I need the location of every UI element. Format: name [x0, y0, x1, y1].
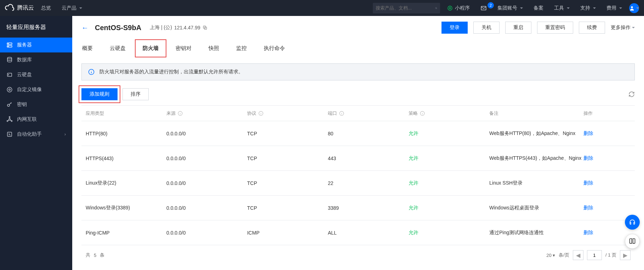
- nav-beian[interactable]: 备案: [530, 5, 547, 11]
- action-row: 添加规则 排序: [81, 88, 635, 100]
- nav-billing[interactable]: 费用: [603, 5, 626, 11]
- delete-link[interactable]: 删除: [583, 180, 593, 186]
- total-count: 5: [94, 253, 96, 258]
- svg-point-10: [8, 74, 9, 75]
- column-header: 端口: [328, 110, 409, 117]
- database-icon: [6, 57, 13, 63]
- cell-app-type: HTTP(80): [86, 131, 166, 136]
- table-row: HTTP(80) 0.0.0.0/0 TCP 80 允许 Web服务HTTP(8…: [81, 121, 635, 146]
- tab-2[interactable]: 防火墙: [142, 41, 159, 57]
- support-chat-button[interactable]: [625, 215, 640, 230]
- cell-port: 22: [328, 180, 409, 186]
- header-actions: 登录 关机 重启 重置密码 续费 更多操作: [441, 22, 635, 34]
- nav-cloud-products[interactable]: 云产品: [58, 5, 86, 11]
- docs-button[interactable]: [625, 234, 640, 249]
- server-name: CentOS-S9bA: [95, 24, 141, 32]
- back-arrow-icon[interactable]: ←: [81, 24, 89, 32]
- login-button[interactable]: 登录: [441, 22, 468, 34]
- help-icon[interactable]: [258, 111, 263, 116]
- sidebar: 轻量应用服务器 服务器数据库云硬盘自定义镜像密钥内网互联自动化助手›: [0, 16, 72, 270]
- tab-6[interactable]: 执行命令: [263, 41, 286, 57]
- cell-app-type: Ping-ICMP: [86, 230, 166, 236]
- more-ops-dropdown[interactable]: 更多操作: [611, 24, 635, 31]
- disk-icon: [6, 72, 13, 78]
- cell-policy: 允许: [409, 205, 489, 211]
- cell-policy: 允许: [409, 130, 489, 137]
- user-icon: [629, 5, 635, 11]
- tab-0[interactable]: 概要: [81, 41, 93, 57]
- column-header: 策略: [409, 110, 489, 117]
- shutdown-button[interactable]: 关机: [473, 22, 500, 34]
- column-header: 应用类型: [86, 110, 166, 117]
- tab-5[interactable]: 监控: [235, 41, 247, 57]
- total-pages: / 1 页: [605, 252, 616, 258]
- sidebar-item-automation[interactable]: 自动化助手›: [0, 127, 72, 142]
- highlight-tab-box: [135, 39, 166, 57]
- tab-3[interactable]: 密钥对: [175, 41, 192, 57]
- sidebar-item-disk[interactable]: 云硬盘: [0, 67, 72, 82]
- tencent-cloud-logo-icon: [5, 4, 14, 13]
- sidebar-item-network[interactable]: 内网互联: [0, 112, 72, 127]
- next-page-button[interactable]: ▶: [620, 250, 631, 260]
- main-content: ← CentOS-S9bA 上海 | (公) 121.4.47.99 登录 关机…: [72, 16, 644, 270]
- nav-group-account[interactable]: 集团账号: [494, 5, 526, 11]
- ip-value: 121.4.47.99: [174, 25, 200, 30]
- search-icon[interactable]: [435, 5, 437, 11]
- search-input[interactable]: [376, 5, 435, 11]
- logo-wrap[interactable]: 腾讯云: [5, 4, 34, 13]
- sidebar-item-label: 内网互联: [17, 116, 37, 123]
- network-icon: [6, 116, 13, 123]
- sidebar-item-key[interactable]: 密钥: [0, 97, 72, 112]
- nav-overview[interactable]: 总览: [38, 5, 55, 11]
- svg-point-11: [7, 87, 12, 92]
- help-icon[interactable]: [178, 111, 183, 116]
- delete-link[interactable]: 删除: [583, 155, 593, 161]
- column-header: 备注: [489, 110, 583, 117]
- server-icon: [6, 42, 13, 48]
- refresh-icon[interactable]: [628, 91, 635, 97]
- nav-messages[interactable]: 2: [477, 5, 490, 11]
- cell-remark: 通过Ping测试网络连通性: [489, 230, 583, 236]
- sort-button[interactable]: 排序: [122, 88, 149, 100]
- sidebar-item-image[interactable]: 自定义镜像: [0, 82, 72, 97]
- delete-link[interactable]: 删除: [583, 205, 593, 210]
- cell-protocol: TCP: [247, 156, 328, 161]
- sidebar-item-label: 服务器: [17, 42, 32, 48]
- nav-miniprogram[interactable]: 小程序: [444, 5, 473, 11]
- region-label: 上海 | (公): [150, 24, 172, 31]
- prev-page-button[interactable]: ◀: [573, 250, 583, 260]
- firewall-table: 应用类型来源协议端口策略备注操作 HTTP(80) 0.0.0.0/0 TCP …: [81, 105, 635, 265]
- table-row: Linux登录(22) 0.0.0.0/0 TCP 22 允许 Linux SS…: [81, 171, 635, 196]
- add-rule-button[interactable]: 添加规则: [81, 88, 118, 100]
- cell-source: 0.0.0.0/0: [166, 205, 247, 211]
- sidebar-title: 轻量应用服务器: [0, 22, 72, 38]
- copy-icon[interactable]: [203, 25, 207, 30]
- avatar[interactable]: [629, 3, 639, 13]
- tab-4[interactable]: 快照: [208, 41, 220, 57]
- reset-password-button[interactable]: 重置密码: [537, 22, 573, 34]
- float-buttons: [625, 215, 640, 249]
- table-footer: 共 5 条 20 ▾ 条/页 ◀ / 1 页 ▶: [81, 245, 635, 265]
- help-icon[interactable]: [339, 111, 344, 116]
- table-row: Windows登录(3389) 0.0.0.0/0 TCP 3389 允许 Wi…: [81, 196, 635, 220]
- delete-link[interactable]: 删除: [583, 230, 593, 235]
- renew-button[interactable]: 续费: [579, 22, 605, 34]
- info-text: 防火墙只对服务器的入流量进行控制，出流量默认允许所有请求。: [99, 69, 243, 75]
- sidebar-item-label: 数据库: [17, 57, 32, 63]
- cell-port: 443: [328, 156, 409, 161]
- page-input[interactable]: [587, 250, 602, 260]
- headset-icon: [629, 219, 636, 226]
- total-suffix: 条: [100, 252, 104, 258]
- brand-text: 腾讯云: [17, 4, 34, 12]
- nav-tools[interactable]: 工具: [551, 5, 573, 11]
- cell-policy: 允许: [409, 230, 489, 236]
- sidebar-item-database[interactable]: 数据库: [0, 52, 72, 67]
- delete-link[interactable]: 删除: [583, 130, 593, 136]
- help-icon[interactable]: [420, 111, 425, 116]
- info-banner: 防火墙只对服务器的入流量进行控制，出流量默认允许所有请求。: [81, 63, 635, 80]
- nav-support[interactable]: 支持: [577, 5, 599, 11]
- restart-button[interactable]: 重启: [505, 22, 531, 34]
- tab-1[interactable]: 云硬盘: [109, 41, 126, 57]
- sidebar-item-server[interactable]: 服务器: [0, 38, 72, 52]
- image-icon: [6, 86, 13, 93]
